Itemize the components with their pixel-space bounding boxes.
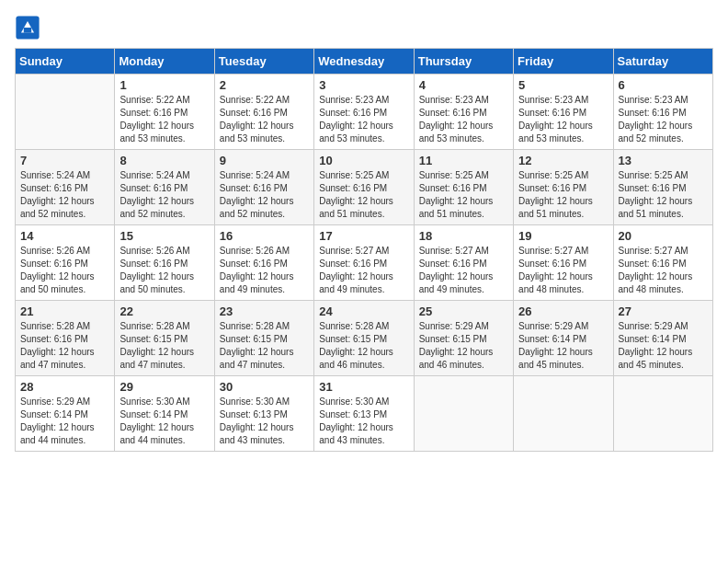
day-info: Sunrise: 5:23 AM Sunset: 6:16 PM Dayligh… [419,94,508,145]
day-number: 30 [220,380,309,394]
calendar-cell: 8Sunrise: 5:24 AM Sunset: 6:16 PM Daylig… [115,150,214,225]
calendar-cell: 7Sunrise: 5:24 AM Sunset: 6:16 PM Daylig… [16,150,115,225]
calendar-cell: 15Sunrise: 5:26 AM Sunset: 6:16 PM Dayli… [115,225,214,301]
day-number: 13 [619,154,708,167]
day-info: Sunrise: 5:27 AM Sunset: 6:16 PM Dayligh… [419,245,508,296]
day-number: 21 [20,304,109,318]
day-number: 18 [419,229,508,243]
day-info: Sunrise: 5:29 AM Sunset: 6:14 PM Dayligh… [619,320,708,372]
day-number: 3 [319,78,408,92]
day-info: Sunrise: 5:22 AM Sunset: 6:16 PM Dayligh… [119,94,209,145]
day-number: 8 [119,154,209,167]
day-number: 25 [419,304,508,318]
calendar-body: 1Sunrise: 5:22 AM Sunset: 6:16 PM Daylig… [16,75,713,452]
calendar-cell: 14Sunrise: 5:26 AM Sunset: 6:16 PM Dayli… [16,225,115,301]
day-number: 14 [20,229,109,243]
calendar-cell: 13Sunrise: 5:25 AM Sunset: 6:16 PM Dayli… [613,150,712,225]
weekday-header-thursday: Thursday [414,49,513,75]
weekday-header-saturday: Saturday [613,49,712,75]
week-row-3: 14Sunrise: 5:26 AM Sunset: 6:16 PM Dayli… [16,225,713,301]
day-number: 15 [119,229,209,243]
calendar-cell: 25Sunrise: 5:29 AM Sunset: 6:15 PM Dayli… [414,301,513,376]
day-info: Sunrise: 5:29 AM Sunset: 6:14 PM Dayligh… [20,396,109,447]
calendar-cell: 20Sunrise: 5:27 AM Sunset: 6:16 PM Dayli… [613,225,712,301]
weekday-header-wednesday: Wednesday [314,49,414,75]
day-info: Sunrise: 5:28 AM Sunset: 6:15 PM Dayligh… [220,320,309,372]
calendar-cell: 16Sunrise: 5:26 AM Sunset: 6:16 PM Dayli… [214,225,313,301]
day-info: Sunrise: 5:26 AM Sunset: 6:16 PM Dayligh… [20,245,109,296]
day-info: Sunrise: 5:27 AM Sunset: 6:16 PM Dayligh… [319,245,408,296]
day-number: 24 [319,304,408,318]
day-number: 19 [518,229,608,243]
day-info: Sunrise: 5:24 AM Sunset: 6:16 PM Dayligh… [119,169,209,221]
day-number: 4 [419,78,508,92]
calendar-cell: 29Sunrise: 5:30 AM Sunset: 6:14 PM Dayli… [115,376,214,452]
logo-icon [15,15,40,40]
calendar-cell: 6Sunrise: 5:23 AM Sunset: 6:16 PM Daylig… [613,75,712,150]
calendar-cell: 17Sunrise: 5:27 AM Sunset: 6:16 PM Dayli… [314,225,414,301]
weekday-header-sunday: Sunday [16,49,115,75]
calendar-cell: 21Sunrise: 5:28 AM Sunset: 6:16 PM Dayli… [16,301,115,376]
day-number: 23 [220,304,309,318]
calendar-cell: 2Sunrise: 5:22 AM Sunset: 6:16 PM Daylig… [214,75,313,150]
calendar-cell: 18Sunrise: 5:27 AM Sunset: 6:16 PM Dayli… [414,225,513,301]
weekday-row: SundayMondayTuesdayWednesdayThursdayFrid… [16,49,713,75]
day-info: Sunrise: 5:25 AM Sunset: 6:16 PM Dayligh… [319,169,408,221]
day-number: 11 [419,154,508,167]
day-number: 17 [319,229,408,243]
calendar-cell: 3Sunrise: 5:23 AM Sunset: 6:16 PM Daylig… [314,75,414,150]
day-number: 2 [220,78,309,92]
day-info: Sunrise: 5:29 AM Sunset: 6:14 PM Dayligh… [518,320,608,372]
calendar-cell: 22Sunrise: 5:28 AM Sunset: 6:15 PM Dayli… [115,301,214,376]
calendar-cell: 12Sunrise: 5:25 AM Sunset: 6:16 PM Dayli… [514,150,613,225]
day-info: Sunrise: 5:26 AM Sunset: 6:16 PM Dayligh… [119,245,209,296]
day-number: 27 [619,304,708,318]
week-row-1: 1Sunrise: 5:22 AM Sunset: 6:16 PM Daylig… [16,75,713,150]
day-info: Sunrise: 5:22 AM Sunset: 6:16 PM Dayligh… [220,94,309,145]
calendar-cell: 27Sunrise: 5:29 AM Sunset: 6:14 PM Dayli… [613,301,712,376]
calendar-cell: 1Sunrise: 5:22 AM Sunset: 6:16 PM Daylig… [115,75,214,150]
day-number: 28 [20,380,109,394]
calendar-cell: 24Sunrise: 5:28 AM Sunset: 6:15 PM Dayli… [314,301,414,376]
calendar-cell [414,376,513,452]
day-info: Sunrise: 5:30 AM Sunset: 6:13 PM Dayligh… [319,396,408,447]
day-info: Sunrise: 5:23 AM Sunset: 6:16 PM Dayligh… [619,94,708,145]
day-info: Sunrise: 5:23 AM Sunset: 6:16 PM Dayligh… [518,94,608,145]
calendar-table: SundayMondayTuesdayWednesdayThursdayFrid… [15,48,713,452]
svg-rect-2 [24,28,31,33]
day-info: Sunrise: 5:25 AM Sunset: 6:16 PM Dayligh… [419,169,508,221]
calendar-cell: 4Sunrise: 5:23 AM Sunset: 6:16 PM Daylig… [414,75,513,150]
day-number: 26 [518,304,608,318]
calendar-header: SundayMondayTuesdayWednesdayThursdayFrid… [16,49,713,75]
day-info: Sunrise: 5:23 AM Sunset: 6:16 PM Dayligh… [319,94,408,145]
day-number: 5 [518,78,608,92]
day-number: 20 [619,229,708,243]
day-number: 16 [220,229,309,243]
header [15,15,713,40]
week-row-2: 7Sunrise: 5:24 AM Sunset: 6:16 PM Daylig… [16,150,713,225]
day-info: Sunrise: 5:27 AM Sunset: 6:16 PM Dayligh… [619,245,708,296]
day-info: Sunrise: 5:25 AM Sunset: 6:16 PM Dayligh… [619,169,708,221]
day-info: Sunrise: 5:24 AM Sunset: 6:16 PM Dayligh… [220,169,309,221]
day-number: 12 [518,154,608,167]
calendar-cell: 5Sunrise: 5:23 AM Sunset: 6:16 PM Daylig… [514,75,613,150]
day-info: Sunrise: 5:28 AM Sunset: 6:16 PM Dayligh… [20,320,109,372]
week-row-5: 28Sunrise: 5:29 AM Sunset: 6:14 PM Dayli… [16,376,713,452]
day-info: Sunrise: 5:28 AM Sunset: 6:15 PM Dayligh… [119,320,209,372]
day-info: Sunrise: 5:25 AM Sunset: 6:16 PM Dayligh… [518,169,608,221]
day-number: 31 [319,380,408,394]
day-number: 10 [319,154,408,167]
calendar-cell: 11Sunrise: 5:25 AM Sunset: 6:16 PM Dayli… [414,150,513,225]
weekday-header-tuesday: Tuesday [214,49,313,75]
day-info: Sunrise: 5:30 AM Sunset: 6:14 PM Dayligh… [119,396,209,447]
day-number: 9 [220,154,309,167]
day-info: Sunrise: 5:29 AM Sunset: 6:15 PM Dayligh… [419,320,508,372]
calendar-cell [613,376,712,452]
calendar-cell: 26Sunrise: 5:29 AM Sunset: 6:14 PM Dayli… [514,301,613,376]
weekday-header-monday: Monday [115,49,214,75]
day-info: Sunrise: 5:24 AM Sunset: 6:16 PM Dayligh… [20,169,109,221]
day-info: Sunrise: 5:26 AM Sunset: 6:16 PM Dayligh… [220,245,309,296]
day-number: 7 [20,154,109,167]
day-info: Sunrise: 5:28 AM Sunset: 6:15 PM Dayligh… [319,320,408,372]
calendar-cell [514,376,613,452]
